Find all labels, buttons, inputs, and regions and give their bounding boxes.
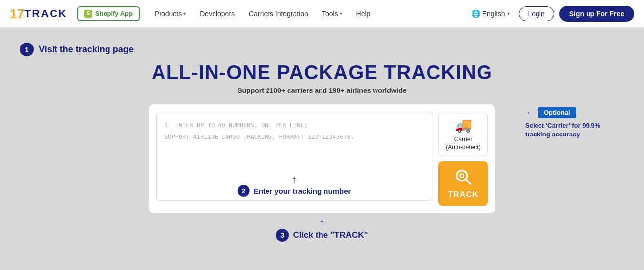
track-button[interactable]: TRACK xyxy=(438,161,488,206)
step3-label: 3 Click the "TRACK" xyxy=(276,229,368,242)
track-button-label: TRACK xyxy=(448,190,479,199)
step3-annotation: ↑ 3 Click the "TRACK" xyxy=(149,216,495,242)
nav-right: 🌐 English ▾ Login Sign up For Free xyxy=(467,6,634,22)
page-subtitle: Support 2100+ carriers and 190+ airlines… xyxy=(20,87,624,94)
tracking-container: 1. ENTER UP TO 40 NUMBERS, ONE PER LINE;… xyxy=(149,104,495,213)
svg-line-1 xyxy=(466,180,471,184)
step2-label: 2 Enter your tracking number xyxy=(238,185,351,197)
shopify-app-button[interactable]: S Shopify App xyxy=(77,6,140,21)
nav-links: Products ▾ Developers Carriers Integrati… xyxy=(149,6,467,22)
optional-arrow: ← xyxy=(525,107,535,118)
carrier-label: Carrier (Auto-detect) xyxy=(446,136,480,151)
optional-annotation: ← Optional Select 'Carrier' for 99.9% tr… xyxy=(525,107,602,139)
logo-17: 17 xyxy=(10,7,24,20)
products-caret: ▾ xyxy=(183,11,186,16)
optional-badge: Optional xyxy=(538,107,576,118)
lang-caret: ▾ xyxy=(507,11,510,16)
signup-button[interactable]: Sign up For Free xyxy=(559,6,634,22)
right-column: 🚚 Carrier (Auto-detect) TRACK xyxy=(438,112,488,206)
nav-carriers[interactable]: Carriers Integration xyxy=(243,6,314,22)
globe-icon: 🌐 xyxy=(471,9,481,18)
nav-help[interactable]: Help xyxy=(350,6,376,22)
step3-text: Click the "TRACK" xyxy=(293,230,368,240)
carrier-button[interactable]: 🚚 Carrier (Auto-detect) xyxy=(438,112,488,156)
nav-developers[interactable]: Developers xyxy=(194,6,241,22)
step2-up-arrow: ↑ xyxy=(292,174,297,185)
page-title: ALL-IN-ONE PACKAGE TRACKING xyxy=(20,61,624,84)
step3-circle: 3 xyxy=(276,229,289,242)
optional-desc: Select 'Carrier' for 99.9% tracking accu… xyxy=(525,121,602,139)
nav-tools[interactable]: Tools ▾ xyxy=(316,6,348,22)
step1-label: 1 Visit the tracking page xyxy=(20,43,624,56)
shopify-btn-label: Shopify App xyxy=(95,10,133,17)
logo[interactable]: 17 TRACK xyxy=(10,7,67,20)
tracking-placeholder: 1. ENTER UP TO 40 NUMBERS, ONE PER LINE;… xyxy=(164,119,424,143)
step3-up-arrow: ↑ xyxy=(320,216,325,229)
language-label: English xyxy=(483,10,505,18)
tools-caret: ▾ xyxy=(340,11,342,16)
step2-circle: 2 xyxy=(238,185,250,197)
step2-text: Enter your tracking number xyxy=(254,187,351,195)
nav-products[interactable]: Products ▾ xyxy=(149,6,192,22)
step2-annotation: ↑ 2 Enter your tracking number xyxy=(238,174,351,197)
step1-circle: 1 xyxy=(20,43,34,56)
logo-track: TRACK xyxy=(24,8,67,19)
main-content: 1 Visit the tracking page ALL-IN-ONE PAC… xyxy=(0,28,644,252)
track-search-icon xyxy=(454,168,473,186)
shopify-icon: S xyxy=(84,10,92,18)
language-selector[interactable]: 🌐 English ▾ xyxy=(467,6,514,21)
truck-icon: 🚚 xyxy=(455,117,472,133)
svg-point-2 xyxy=(460,174,464,178)
login-button[interactable]: Login xyxy=(519,6,554,21)
navbar: 17 TRACK S Shopify App Products ▾ Develo… xyxy=(0,0,644,28)
step1-text: Visit the tracking page xyxy=(39,45,134,55)
